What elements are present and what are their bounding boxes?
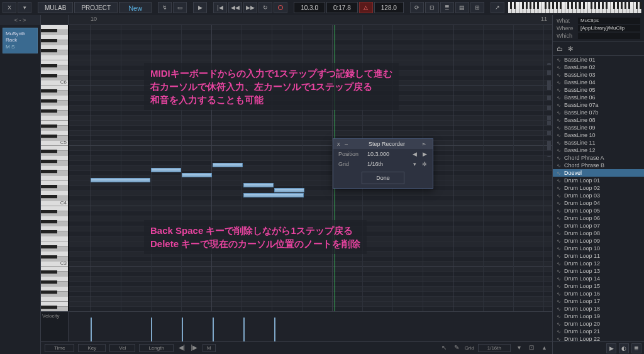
browser-item[interactable]: ∿Drum Loop 16 [553, 290, 644, 297]
browser-item[interactable]: ∿BassLine 11 [553, 139, 644, 147]
browser-item[interactable]: ∿Drum Loop 21 [553, 328, 644, 335]
browser-item[interactable]: ∿BassLine 07a [553, 101, 644, 109]
browser-item[interactable]: ∿BassLine 04 [553, 79, 644, 86]
browser-item[interactable]: ∿BassLine 12 [553, 147, 644, 154]
vel-slot[interactable]: Vel [109, 344, 135, 352]
browser-item[interactable]: ∿Drum Loop 01 [553, 177, 644, 184]
pointer-tool-icon[interactable]: ↖ [440, 344, 448, 353]
rewind-start-button[interactable]: |◀ [213, 2, 227, 13]
tool-icon-3[interactable]: ≣ [440, 2, 454, 13]
folder-icon[interactable]: 🗀 [557, 45, 563, 52]
browser-item[interactable]: ∿Drum Loop 13 [553, 267, 644, 275]
velocity-area[interactable] [69, 312, 552, 341]
browser-item[interactable]: ∿Chord Phrase A [553, 154, 644, 162]
track-mute-solo[interactable]: M S [6, 44, 35, 50]
play-button[interactable]: ▶ [193, 2, 207, 13]
velocity-bar[interactable] [91, 318, 92, 341]
tool-icon-2[interactable]: ⊡ [425, 2, 439, 13]
gear-icon[interactable]: ✻ [568, 45, 573, 52]
time-display[interactable]: 0:17.8 [326, 2, 358, 13]
zoom-fit-icon[interactable]: ⊡ [527, 344, 536, 353]
browser-item[interactable]: ∿Drum Loop 09 [553, 237, 644, 245]
midi-note[interactable] [274, 188, 304, 192]
nudge-right-icon[interactable]: |▶ [190, 344, 199, 353]
grid-dropdown-icon[interactable]: ▾ [411, 161, 418, 167]
midi-note[interactable] [182, 173, 212, 177]
browser-item[interactable]: ∿BassLine 01 [553, 56, 644, 64]
length-slot[interactable]: Length [139, 344, 173, 352]
file-browser[interactable]: ∿BassLine 01∿BassLine 02∿BassLine 03∿Bas… [553, 56, 644, 341]
loop-button[interactable]: ↻ [258, 2, 272, 13]
velocity-bar[interactable] [182, 318, 183, 341]
tool-icon-1[interactable]: ⟳ [410, 2, 424, 13]
midi-note[interactable] [213, 163, 243, 167]
which-value[interactable] [578, 33, 640, 39]
grid-settings-icon[interactable]: ✻ [421, 161, 428, 167]
velocity-bar[interactable] [213, 318, 214, 341]
collapse-up-icon[interactable]: ▴ [540, 344, 548, 353]
stop-preview-icon[interactable]: ≣ [631, 343, 641, 353]
midi-note[interactable] [243, 193, 304, 197]
browser-item[interactable]: ∿Drum Loop 19 [553, 313, 644, 320]
play-preview-icon[interactable]: ▶ [606, 343, 616, 353]
browser-item[interactable]: ∿Drum Loop 06 [553, 214, 644, 222]
close-button[interactable]: X [3, 2, 16, 13]
browser-item[interactable]: ∿Drum Loop 12 [553, 260, 644, 267]
browser-item[interactable]: ∿BassLine 06 [553, 94, 644, 101]
velocity-bar[interactable] [243, 318, 245, 341]
browser-item[interactable]: ∿Drum Loop 07 [553, 222, 644, 230]
nudge-left-icon[interactable]: ◀| [177, 344, 186, 353]
key-slot[interactable]: Key [78, 344, 106, 352]
forward-button[interactable]: ▶▶ [243, 2, 257, 13]
velocity-bar[interactable] [151, 318, 152, 341]
browser-item[interactable]: ∿Drum Loop 03 [553, 192, 644, 199]
tool-select-icon[interactable]: ▭ [173, 2, 187, 13]
expand-button[interactable]: ↗ [491, 2, 504, 13]
browser-item[interactable]: ∿Drum Loop 18 [553, 305, 644, 313]
mulab-label[interactable]: MULAB [38, 2, 73, 13]
tool-icon-5[interactable]: ⊞ [470, 2, 484, 13]
position-display[interactable]: 10.3.0 [294, 2, 325, 13]
browser-item[interactable]: ∿BassLine 02 [553, 64, 644, 71]
browser-item[interactable]: ∿Drum Loop 15 [553, 282, 644, 290]
browser-item[interactable]: ∿Drum Loop 14 [553, 275, 644, 282]
loop-preview-icon[interactable]: ◐ [619, 343, 629, 353]
browser-item[interactable]: ∿Drum Loop 05 [553, 207, 644, 214]
next-arrow-icon[interactable]: ▶ [421, 151, 428, 157]
step-recorder-titlebar[interactable]: x – Step Recorder ➣ [333, 139, 433, 149]
grid-menu-icon[interactable]: ▾ [514, 344, 523, 353]
grid-footer-value[interactable]: 1/16th [478, 344, 511, 352]
browser-item[interactable]: ∿Drum Loop 08 [553, 230, 644, 237]
project-label[interactable]: PROJECT [74, 2, 118, 13]
time-ruler[interactable]: 10 11 [41, 15, 552, 25]
metronome-button[interactable]: △ [359, 2, 373, 13]
reconnect-icon[interactable]: ↯ [158, 2, 172, 13]
track-item[interactable]: MuSynth Rack M S [3, 28, 38, 53]
tempo-display[interactable]: 128.0 [374, 2, 404, 13]
what-value[interactable]: MuClips [578, 18, 640, 24]
velocity-bar[interactable] [274, 318, 275, 341]
prev-arrow-icon[interactable]: ◀ [411, 151, 418, 157]
midi-keyboard[interactable] [508, 2, 641, 13]
minimize-icon[interactable]: – [345, 141, 352, 147]
browser-item[interactable]: ∿Drum Loop 22 [553, 335, 644, 341]
midi-note[interactable] [151, 168, 181, 172]
browser-item[interactable]: ∿BassLine 07b [553, 109, 644, 116]
browser-item[interactable]: ∿Drum Loop 11 [553, 252, 644, 260]
close-icon[interactable]: x [337, 141, 345, 147]
browser-item[interactable]: ∿Drum Loop 20 [553, 320, 644, 328]
browser-item[interactable]: ∿BassLine 08 [553, 116, 644, 124]
rewind-button[interactable]: ◀◀ [228, 2, 242, 13]
piano-keyboard[interactable]: C6C5C4C3 [41, 25, 69, 311]
project-name[interactable]: New [119, 2, 152, 13]
browser-item[interactable]: ∿Drum Loop 02 [553, 184, 644, 192]
browser-item[interactable]: ∿BassLine 10 [553, 131, 644, 139]
browser-item[interactable]: ∿BassLine 05 [553, 86, 644, 94]
where-value[interactable]: [AppLibrary]/MuClip [578, 25, 640, 31]
menu-button[interactable]: ▾ [18, 2, 31, 13]
browser-item[interactable]: ∿Drum Loop 10 [553, 245, 644, 252]
draw-tool-icon[interactable]: ✎ [452, 344, 461, 353]
track-panel-header[interactable]: < - > [0, 15, 40, 25]
m-button[interactable]: M [203, 344, 216, 352]
browser-item[interactable]: ∿BassLine 09 [553, 124, 644, 131]
